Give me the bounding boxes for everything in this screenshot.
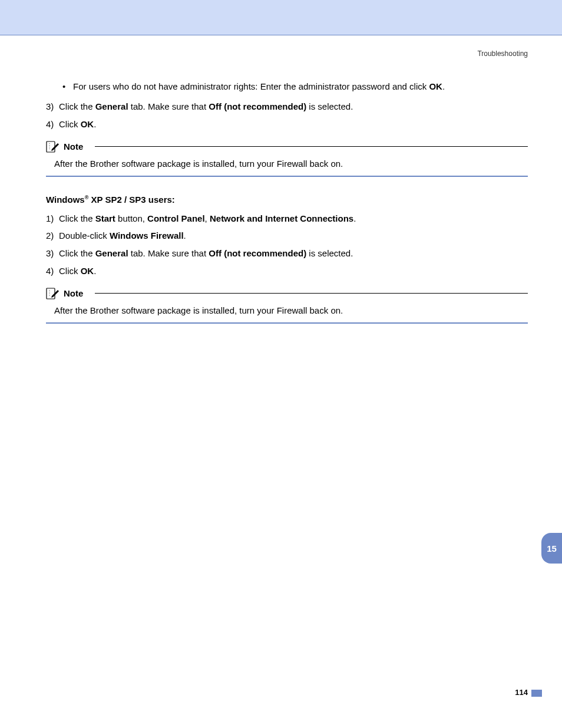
step-bold: Control Panel — [147, 213, 205, 223]
note-rule — [95, 146, 528, 147]
xp-step-2: 2)Double-click Windows Firewall. — [46, 228, 528, 244]
step-text: . — [94, 119, 96, 129]
step-bold: OK — [81, 266, 94, 276]
bullet-text-bold: OK — [429, 81, 442, 91]
step-text: is selected. — [306, 101, 353, 111]
note-header: Note — [46, 141, 528, 153]
page: Troubleshooting •For users who do not ha… — [0, 0, 562, 728]
note-block: Note After the Brother software package … — [46, 141, 528, 177]
step-number: 4) — [46, 116, 59, 133]
note-block: Note After the Brother software package … — [46, 288, 528, 324]
note-rule — [95, 293, 528, 294]
step-bold: Network and Internet Connections — [210, 213, 353, 223]
chapter-tab: 15 — [541, 533, 562, 564]
step-text: Click — [59, 119, 81, 129]
step-text: button, — [115, 213, 147, 223]
note-body: After the Brother software package is in… — [46, 154, 528, 177]
xp-step-4: 4)Click OK. — [46, 263, 528, 279]
step-bold: OK — [81, 119, 94, 129]
note-body: After the Brother software package is in… — [46, 301, 528, 324]
step-bold: General — [95, 101, 128, 111]
heading-text: XP SP2 / SP3 users: — [88, 195, 174, 205]
step-text: , — [205, 213, 210, 223]
step-number: 4) — [46, 263, 59, 279]
step-bold: Windows Firewall — [110, 230, 184, 241]
step-3: 3)Click the General tab. Make sure that … — [46, 98, 528, 115]
page-number: 114 — [515, 688, 528, 697]
note-label: Note — [64, 288, 83, 298]
step-text: Double-click — [59, 230, 110, 241]
xp-heading: Windows® XP SP2 / SP3 users: — [46, 195, 528, 205]
bullet-item: •For users who do not have administrator… — [62, 80, 528, 94]
step-number: 3) — [46, 98, 59, 115]
step-text: tab. Make sure that — [128, 101, 209, 111]
note-icon — [46, 288, 60, 299]
step-text: Click — [59, 266, 81, 276]
step-text: Click the — [59, 101, 95, 111]
step-text: is selected. — [306, 248, 353, 258]
content-area: •For users who do not have administrator… — [46, 80, 528, 328]
step-text: . — [94, 266, 96, 276]
step-number: 3) — [46, 245, 59, 262]
bullet-text-post: . — [442, 81, 445, 91]
step-bold: General — [95, 248, 128, 258]
note-icon — [46, 141, 60, 153]
step-text: tab. Make sure that — [128, 248, 209, 258]
svg-rect-0 — [47, 141, 55, 152]
heading-text: Windows — [46, 195, 85, 205]
step-text: . — [184, 230, 186, 241]
bullet-text-pre: For users who do not have administrator … — [73, 81, 429, 91]
step-bold: Off (not recommended) — [209, 101, 306, 111]
step-text: Click the — [59, 213, 95, 223]
step-number: 1) — [46, 210, 59, 227]
step-text: Click the — [59, 248, 95, 258]
xp-step-1: 1)Click the Start button, Control Panel,… — [46, 210, 528, 227]
bullet-dot: • — [62, 80, 73, 94]
note-label: Note — [64, 141, 83, 151]
svg-rect-2 — [47, 288, 55, 299]
step-bold: Off (not recommended) — [209, 248, 306, 258]
xp-step-3: 3)Click the General tab. Make sure that … — [46, 245, 528, 262]
step-4: 4)Click OK. — [46, 116, 528, 133]
note-header: Note — [46, 288, 528, 299]
section-header: Troubleshooting — [477, 50, 528, 58]
top-band — [0, 0, 562, 35]
page-number-bar — [531, 690, 542, 697]
step-text: . — [353, 213, 356, 223]
step-bold: Start — [95, 213, 115, 223]
step-number: 2) — [46, 228, 59, 244]
